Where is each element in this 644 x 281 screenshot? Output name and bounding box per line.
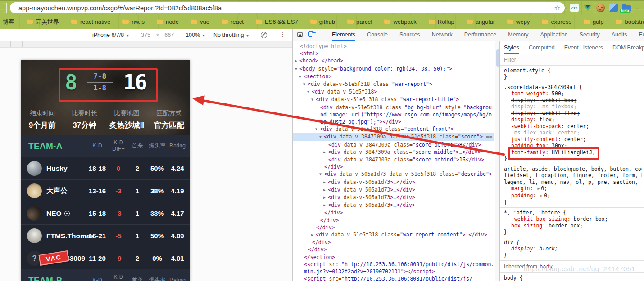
- dom-tree-line[interactable]: ▼<div data-v-505a1d73 data-v-51e5f318 cl…: [293, 170, 494, 178]
- css-declaration[interactable]: -ms-flex-pack: center;: [504, 129, 642, 136]
- styles-sidebar-tab-event-listeners[interactable]: Event Listeners: [564, 41, 603, 54]
- player-row[interactable]: ?1914443009VAC11-20-920%4.01: [21, 247, 190, 269]
- css-declaration[interactable]: margin: ▶0;: [504, 185, 642, 192]
- bookmark-item[interactable]: 博客: [3, 18, 14, 26]
- bookmark-item[interactable]: webpack: [384, 18, 416, 25]
- bookmark-item[interactable]: github: [310, 18, 335, 25]
- twisty-collapsed-icon[interactable]: ▶: [323, 149, 328, 156]
- devtools-tab-editthiscoo[interactable]: EditThisCoo: [639, 29, 644, 41]
- viewport-height-field[interactable]: 667: [164, 32, 174, 38]
- devtools-tab-network[interactable]: Network: [432, 29, 453, 41]
- dom-tree-line[interactable]: ▶<div data-v-505a1d73>…</div>: [293, 186, 494, 194]
- dom-tree-line[interactable]: ▶<div data-v-3847309a class="score-middl…: [293, 148, 494, 156]
- css-declaration[interactable]: padding-top: 30px;: [504, 143, 642, 149]
- styles-filter-input[interactable]: Filter: [500, 54, 644, 66]
- dom-tree-line[interactable]: …▼<div data-v-3847309a data-v-51e5f318 c…: [293, 133, 494, 141]
- css-declaration[interactable]: display: -webkit-box;: [504, 97, 642, 104]
- dom-tree-line[interactable]: ▼<section>: [293, 73, 494, 80]
- inspect-element-icon[interactable]: [297, 32, 304, 38]
- throttling-select[interactable]: No throttling▼: [213, 32, 249, 38]
- dom-tree-line[interactable]: <!doctype html>: [293, 43, 494, 50]
- dom-tree-line[interactable]: </div>: [293, 224, 494, 231]
- dom-tree-line[interactable]: </section>: [293, 254, 494, 261]
- viewport-width-field[interactable]: 375: [141, 32, 150, 38]
- bookmark-item[interactable]: nw.js: [122, 18, 145, 25]
- bookmark-star-icon[interactable]: ☆: [554, 4, 560, 12]
- styles-sidebar-tab-dom-breakpoints[interactable]: DOM Breakpoints: [612, 41, 644, 54]
- bookmark-item[interactable]: express: [542, 18, 571, 25]
- twisty-expanded-icon[interactable]: ▼: [319, 171, 324, 178]
- dom-tree-line[interactable]: ▶<div data-v-51e5f318 class="war-report-…: [293, 231, 494, 239]
- dom-tree-line[interactable]: ▼<body style="background-color: rgb(34, …: [293, 65, 494, 73]
- twisty-collapsed-icon[interactable]: ▶: [323, 179, 328, 186]
- dom-tree-line[interactable]: <script src="http://10.253.36.106:8081/p…: [293, 261, 494, 275]
- dom-tree-line[interactable]: ▶<head>…</head>: [293, 57, 494, 65]
- twisty-collapsed-icon[interactable]: ▶: [323, 194, 328, 201]
- dom-tree-line[interactable]: ▼<div data-v-51e5f318>: [293, 88, 494, 96]
- twisty-collapsed-icon[interactable]: ▶: [323, 187, 328, 194]
- expand-value-icon[interactable]: ▶: [537, 187, 540, 191]
- twisty-expanded-icon[interactable]: ▼: [299, 73, 304, 80]
- player-row[interactable]: Husky18-180250%4.24: [21, 157, 190, 179]
- player-row[interactable]: NEO15-18-3133%4.17: [21, 202, 190, 224]
- css-declaration[interactable]: -webkit-box-sizing: border-box;: [504, 216, 642, 223]
- device-toolbar-toggle-icon[interactable]: [308, 31, 316, 38]
- twisty-collapsed-icon[interactable]: ▶: [323, 202, 328, 209]
- media-query-segment[interactable]: [0, 41, 11, 47]
- devtools-tab-security[interactable]: Security: [580, 29, 600, 41]
- expand-value-icon[interactable]: ▶: [540, 194, 543, 198]
- screencast-off-icon[interactable]: [261, 32, 267, 38]
- bookmark-item[interactable]: bootstrap: [616, 18, 644, 25]
- scrollbar-thumb[interactable]: [496, 49, 499, 67]
- bookmark-item[interactable]: react: [222, 18, 244, 25]
- dom-tree-line[interactable]: ▶<div data-v-505a1d73>…</div>: [293, 201, 494, 209]
- vue-devtools-extension-icon[interactable]: [583, 4, 592, 12]
- devtools-tab-performance[interactable]: Performance: [464, 29, 497, 41]
- bookmark-item[interactable]: wepy: [507, 18, 530, 25]
- media-query-segment[interactable]: [11, 41, 23, 47]
- react-devtools-extension-icon[interactable]: [570, 4, 579, 12]
- css-declaration[interactable]: font-weight: 500;: [504, 90, 642, 97]
- dom-tree-line[interactable]: </div>: [293, 246, 494, 253]
- dom-tree-line[interactable]: ▼<div data-v-51e5f318 class="content-fro…: [293, 125, 494, 133]
- address-bar[interactable]: app-mayouchen.wmpvp.com/csgo/#/warReport…: [10, 2, 565, 13]
- dom-tree-line[interactable]: </div>: [293, 217, 494, 224]
- css-declaration[interactable]: display: block;: [504, 245, 642, 252]
- dom-tree-line[interactable]: <script src="http://10.253.36.106:8081/p…: [293, 275, 494, 281]
- dom-tree-line[interactable]: ▼<div data-v-51e5f318 class="war-report-…: [293, 96, 494, 103]
- bookmark-item[interactable]: gulp: [584, 18, 604, 25]
- twisty-expanded-icon[interactable]: ▼: [311, 96, 316, 103]
- dom-tree-line[interactable]: </div>: [293, 239, 494, 246]
- devtools-tab-audits[interactable]: Audits: [612, 29, 627, 41]
- dom-tree-line[interactable]: ▶<div data-v-505a1d73>…</div>: [293, 194, 494, 201]
- dom-tree-line[interactable]: <div data-v-3847309a class="score-behind…: [293, 156, 494, 163]
- twisty-collapsed-icon[interactable]: ▶: [295, 58, 299, 65]
- css-declaration[interactable]: box-sizing: border-box;: [504, 223, 642, 229]
- beta-folder-extension-icon[interactable]: beta: [622, 5, 631, 12]
- devtools-tab-application[interactable]: Application: [540, 29, 567, 41]
- cookie-extension-icon[interactable]: [596, 4, 605, 12]
- dom-tree-line[interactable]: ▼<div data-v-51e5f318 class="war-report"…: [293, 80, 494, 88]
- player-row[interactable]: 大声公13-16-3138%4.19: [21, 179, 190, 202]
- devtools-tab-console[interactable]: Console: [367, 29, 388, 41]
- devtools-tab-memory[interactable]: Memory: [508, 29, 528, 41]
- bookmark-item[interactable]: 完美世界: [27, 18, 59, 26]
- css-declaration[interactable]: display: flex;: [504, 116, 642, 123]
- device-select[interactable]: iPhone 6/7/8▼: [92, 32, 129, 38]
- css-declaration[interactable]: padding: ▶0;: [504, 192, 642, 200]
- bookmark-item[interactable]: ES6 && ES7: [256, 18, 298, 25]
- dom-tree-line[interactable]: <div data-v-51e5f318 class="bg bg-blur" …: [293, 104, 494, 126]
- bookmark-item[interactable]: vue: [191, 18, 209, 25]
- bookmark-item[interactable]: node: [157, 18, 179, 25]
- bookmark-item[interactable]: angular: [467, 18, 495, 25]
- twisty-expanded-icon[interactable]: ▼: [319, 134, 324, 141]
- styles-sidebar-tab-styles[interactable]: Styles: [504, 41, 519, 54]
- css-declaration[interactable]: display: -ms-flexbox;: [504, 103, 642, 110]
- devtools-tab-sources[interactable]: Sources: [399, 29, 420, 41]
- twisty-expanded-icon[interactable]: ▼: [307, 89, 312, 96]
- css-declaration[interactable]: -webkit-box-pack: center;: [504, 123, 642, 130]
- devtools-tab-elements[interactable]: Elements: [332, 29, 355, 41]
- zoom-select[interactable]: 100%▼: [186, 32, 205, 38]
- url-text[interactable]: app-mayouchen.wmpvp.com/csgo/#/warReport…: [18, 4, 554, 12]
- bookmark-item[interactable]: Rollup: [429, 18, 454, 25]
